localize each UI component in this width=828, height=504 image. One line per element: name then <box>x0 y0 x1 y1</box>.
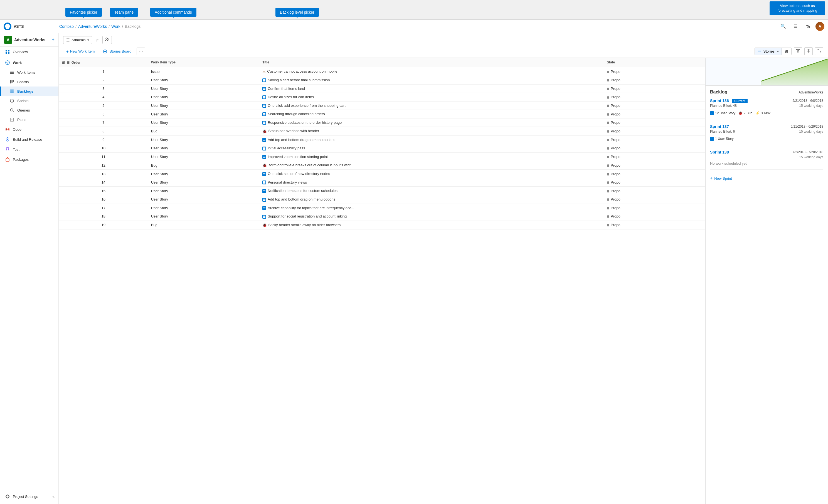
row-title[interactable]: One-click add experience from the shoppi… <box>259 101 604 110</box>
backlog-panel-project: AdventureWorks <box>799 90 823 94</box>
table-row[interactable]: 11User StoryImproved zoom position start… <box>59 153 705 161</box>
row-title[interactable]: Improved zoom position starting point <box>259 153 604 161</box>
row-state: Propo <box>604 144 705 153</box>
row-title[interactable]: 🐞Status bar overlaps with header <box>259 127 604 135</box>
table-row[interactable]: 8Bug🐞Status bar overlaps with headerProp… <box>59 127 705 135</box>
sidebar-item-packages[interactable]: Packages <box>0 154 58 164</box>
svg-rect-12 <box>10 91 14 91</box>
sidebar-item-work[interactable]: Work <box>0 57 58 68</box>
table-row[interactable]: 13User StoryOne-click setup of new direc… <box>59 170 705 178</box>
table-row[interactable]: 2User StorySaving a cart before final su… <box>59 76 705 85</box>
row-title[interactable]: Confirm that items land <box>259 84 604 93</box>
sidebar-item-work-items[interactable]: Work Items <box>0 68 58 77</box>
table-row[interactable]: 18User StorySupport for social registrat… <box>59 212 705 221</box>
bag-button[interactable]: 🛍 <box>803 22 812 31</box>
row-title[interactable]: Personal directory views <box>259 178 604 186</box>
table-row[interactable]: 19Bug🐞Sticky header scrolls away on olde… <box>59 220 705 229</box>
sprint-137-days: 15 working days <box>799 130 823 135</box>
row-state: Propo <box>604 220 705 229</box>
table-row[interactable]: 12Bug🐞.form-control-file breaks out of c… <box>59 161 705 170</box>
row-title[interactable]: Notification templates for custom schedu… <box>259 186 604 195</box>
table-row[interactable]: 3User StoryConfirm that items landPropo <box>59 84 705 93</box>
row-title[interactable]: 🐞Sticky header scrolls away on older bro… <box>259 220 604 229</box>
sidebar-item-sprints[interactable]: Sprints <box>0 96 58 106</box>
table-row[interactable]: 1Issue⚠Customer cannot access account on… <box>59 67 705 76</box>
table-row[interactable]: 4User StoryDefine all sizes for cart ite… <box>59 93 705 101</box>
svg-rect-41 <box>263 81 265 82</box>
svg-marker-21 <box>6 128 7 131</box>
breadcrumb-sep2: / <box>109 24 110 29</box>
row-title[interactable]: Initial accessibility pass <box>259 144 604 153</box>
sidebar-item-overview[interactable]: Overview <box>0 47 58 57</box>
svg-rect-60 <box>263 148 265 148</box>
expand-button[interactable] <box>815 47 823 55</box>
add-project-button[interactable]: + <box>51 37 54 42</box>
stories-board-button[interactable]: Stories Board <box>100 48 134 55</box>
packages-icon <box>5 157 10 162</box>
stories-view-button[interactable]: Stories ▾ <box>755 48 782 55</box>
sidebar-item-code[interactable]: Code <box>0 124 58 134</box>
sprint-137-name[interactable]: Sprint 137 <box>710 124 729 129</box>
favorites-star-button[interactable]: ☆ <box>94 37 100 43</box>
row-state: Propo <box>604 76 705 85</box>
content-area: ☰ Admirals ▾ ☆ <box>59 33 828 504</box>
svg-rect-3 <box>8 52 9 54</box>
row-type: User Story <box>148 153 259 161</box>
search-button[interactable]: 🔍 <box>779 22 788 31</box>
breadcrumb-work[interactable]: Work <box>111 24 120 29</box>
sidebar-item-boards[interactable]: Boards <box>0 77 58 86</box>
breadcrumb-contoso[interactable]: Contoso <box>59 24 74 29</box>
row-title[interactable]: One-click setup of new directory nodes <box>259 170 604 178</box>
table-row[interactable]: 6User StorySearching through cancelled o… <box>59 110 705 119</box>
team-members-button[interactable] <box>102 36 112 44</box>
settings-button[interactable] <box>804 47 813 55</box>
sprint-card-137: Sprint 137 6/11/2018 - 6/29/2018 Planned… <box>710 124 823 145</box>
sidebar-item-test[interactable]: Test <box>0 144 58 154</box>
svg-rect-80 <box>263 209 265 209</box>
row-type: User Story <box>148 76 259 85</box>
list-button[interactable]: ☰ <box>791 22 800 31</box>
more-actions-button[interactable]: ··· <box>137 48 145 55</box>
burndown-chart <box>706 58 828 86</box>
row-title[interactable]: Add top and bottom drag on menu options <box>259 195 604 204</box>
row-title[interactable]: Add top and bottom drag on menu options <box>259 135 604 144</box>
sidebar-item-plans[interactable]: Plans <box>0 115 58 124</box>
table-row[interactable]: 9User StoryAdd top and bottom drag on me… <box>59 135 705 144</box>
breadcrumb-adventureworks[interactable]: AdventureWorks <box>78 24 107 29</box>
row-title[interactable]: ⚠Customer cannot access account on mobil… <box>259 67 604 76</box>
backlog-table-area[interactable]: ⊞ ⊟ Order Work Item Type Title State 1Is… <box>59 58 705 504</box>
svg-point-22 <box>7 139 8 140</box>
sprint-138-name[interactable]: Sprint 138 <box>710 150 729 154</box>
sidebar-item-queries[interactable]: Queries <box>0 106 58 115</box>
filter-button[interactable] <box>794 47 802 55</box>
sidebar-item-build-release[interactable]: Build and Release <box>0 134 58 144</box>
column-options-button[interactable] <box>782 48 791 55</box>
table-row[interactable]: 15User StoryNotification templates for c… <box>59 186 705 195</box>
table-row[interactable]: 10User StoryInitial accessibility passPr… <box>59 144 705 153</box>
row-type: Bug <box>148 127 259 135</box>
sidebar-item-project-settings[interactable]: Project Settings « <box>0 492 58 502</box>
avatar[interactable]: A <box>816 22 824 31</box>
table-row[interactable]: 14User StoryPersonal directory viewsProp… <box>59 178 705 186</box>
row-title[interactable]: Responsive updates on the order history … <box>259 118 604 127</box>
row-title[interactable]: Searching through cancelled orders <box>259 110 604 119</box>
team-selector[interactable]: ☰ Admirals ▾ <box>63 36 92 44</box>
sprint-136-name[interactable]: Sprint 136 <box>710 98 729 103</box>
new-work-item-button[interactable]: + New Work Item <box>63 47 98 55</box>
row-title[interactable]: Archive capability for topics that are i… <box>259 204 604 212</box>
row-title[interactable]: Support for social registration and acco… <box>259 212 604 221</box>
table-row[interactable]: 5User StoryOne-click add experience from… <box>59 101 705 110</box>
team-toolbar: ☰ Admirals ▾ ☆ <box>63 36 823 46</box>
table-row[interactable]: 7User StoryResponsive updates on the ord… <box>59 118 705 127</box>
svg-point-36 <box>787 51 788 52</box>
row-title[interactable]: Saving a cart before final submmission <box>259 76 604 85</box>
row-title[interactable]: 🐞.form-control-file breaks out of column… <box>259 161 604 170</box>
table-row[interactable]: 16User StoryAdd top and bottom drag on m… <box>59 195 705 204</box>
backlog-panel-header: Backlog AdventureWorks <box>710 90 823 94</box>
row-title[interactable]: Define all sizes for cart items <box>259 93 604 101</box>
sidebar-item-backlogs[interactable]: Backlogs <box>0 86 58 96</box>
row-state: Propo <box>604 161 705 170</box>
table-row[interactable]: 17User StoryArchive capability for topic… <box>59 204 705 212</box>
sidebar-project: A AdventureWorks + <box>0 33 58 47</box>
new-sprint-button[interactable]: + New Sprint <box>710 175 732 182</box>
